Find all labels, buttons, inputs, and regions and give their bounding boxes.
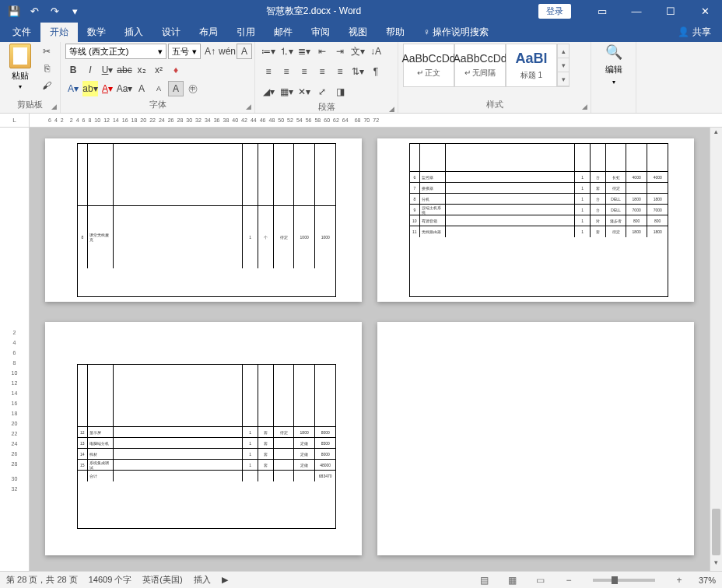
language-status[interactable]: 英语(美国)	[142, 574, 182, 586]
sort-button[interactable]: ↓A	[367, 44, 384, 59]
scroll-thumb[interactable]	[712, 509, 720, 555]
format-painter-button[interactable]: 🖌	[39, 78, 54, 93]
tab-home[interactable]: 开始	[40, 23, 78, 42]
shrink-font-button[interactable]: A	[151, 81, 166, 96]
font-group-label: 字体◢	[65, 99, 250, 111]
char-border-button[interactable]: A	[237, 44, 252, 59]
para-shade2-button[interactable]: ◨	[331, 84, 349, 100]
multilevel-button[interactable]: ≣▾	[296, 44, 313, 59]
superscript-button[interactable]: x²	[151, 62, 166, 78]
paragraph-launcher[interactable]: ◢	[389, 105, 394, 113]
cut-button[interactable]: ✂	[39, 44, 54, 59]
borders-button[interactable]: ▦▾	[278, 84, 295, 100]
horizontal-ruler[interactable]: 6422468101214161820222426283032343638404…	[30, 114, 722, 127]
text-effects-button[interactable]: A▾	[65, 81, 81, 96]
read-mode-button[interactable]: ▤	[476, 573, 493, 587]
shading-button[interactable]: ◢▾	[260, 84, 277, 100]
pinyin-button[interactable]: wén	[219, 44, 235, 59]
align-justify-button[interactable]: ≡	[314, 64, 331, 79]
distribute-button[interactable]: ≡	[331, 64, 349, 79]
vertical-scrollbar[interactable]: ▴ ▾	[710, 128, 722, 571]
qat-customize[interactable]: ▾	[65, 2, 84, 20]
page-thumbnail: 12显示屏1套待定1800800013电脑端分机1套定做850014线材1套定做…	[45, 322, 362, 555]
line-spacing-button[interactable]: ⇅▾	[349, 64, 366, 79]
close-button[interactable]: ✕	[688, 0, 722, 22]
vertical-ruler[interactable]: 2468101214161820222426283032	[0, 128, 30, 571]
numbering-button[interactable]: ⒈▾	[278, 44, 295, 59]
styles-gallery[interactable]: AaBbCcDd ↵ 正文 AaBbCcDd ↵ 无间隔 AaBl 标题 1 ▴…	[403, 44, 570, 87]
subscript-button[interactable]: x₂	[134, 62, 149, 78]
clipboard-launcher[interactable]: ◢	[51, 103, 57, 110]
styles-scroll[interactable]: ▴▾▾	[557, 44, 570, 87]
document-canvas[interactable]: 8课堂无线麦克1个待定10001000 6监控器1台长虹400040007拼接器…	[30, 128, 710, 571]
page-status[interactable]: 第 28 页，共 28 页	[6, 574, 78, 586]
show-marks-button[interactable]: ¶	[367, 64, 384, 79]
strike-button[interactable]: abc	[117, 62, 132, 78]
word-count[interactable]: 14609 个字	[89, 574, 132, 586]
align-center-button[interactable]: ≡	[278, 64, 295, 79]
bullets-button[interactable]: ≔▾	[260, 44, 277, 59]
styles-launcher[interactable]: ◢	[582, 103, 587, 110]
enclose-char-button[interactable]: ㊥	[185, 81, 201, 96]
save-button[interactable]: 💾	[5, 2, 23, 20]
bold-button[interactable]: B	[65, 62, 81, 78]
minimize-button[interactable]: —	[619, 0, 654, 22]
tab-view[interactable]: 视图	[339, 23, 377, 42]
snap-button[interactable]: ✕▾	[296, 84, 313, 100]
maximize-button[interactable]: ☐	[654, 0, 688, 22]
search-icon: 🔍	[605, 44, 622, 61]
login-button[interactable]: 登录	[538, 4, 571, 19]
char-shading-button[interactable]: A	[168, 81, 184, 96]
scroll-down-arrow[interactable]: ▾	[710, 558, 722, 571]
tab-insert[interactable]: 插入	[115, 23, 152, 42]
tab-help[interactable]: 帮助	[377, 23, 414, 42]
macro-status[interactable]: ▶	[222, 575, 228, 585]
tab-math[interactable]: 数学	[78, 23, 115, 42]
style-normal[interactable]: AaBbCcDd ↵ 正文	[403, 44, 454, 87]
font-name-select[interactable]: 等线 (西文正文)▾	[65, 44, 166, 59]
grow-font2-button[interactable]: A	[134, 81, 149, 96]
share-button[interactable]: 👤共享	[670, 23, 719, 42]
clear-format-button[interactable]: ♦	[168, 62, 184, 78]
decrease-indent-button[interactable]: ⇤	[314, 44, 331, 59]
highlight-button[interactable]: ab▾	[82, 81, 98, 96]
styles-group-label: 样式◢	[403, 99, 586, 111]
find-button[interactable]: 🔍 编辑 ▾	[597, 44, 631, 86]
paste-button[interactable]: 粘贴 ▾	[5, 44, 36, 90]
font-launcher[interactable]: ◢	[246, 103, 251, 110]
tab-design[interactable]: 设计	[152, 23, 190, 42]
tab-selector[interactable]: L	[0, 114, 30, 127]
print-layout-button[interactable]: ▦	[504, 573, 521, 587]
increase-indent-button[interactable]: ⇥	[331, 44, 349, 59]
redo-button[interactable]: ↷	[45, 2, 64, 20]
zoom-slider[interactable]	[593, 579, 655, 582]
italic-button[interactable]: I	[82, 62, 98, 78]
para-sort-button[interactable]: ⤢	[314, 84, 331, 100]
align-right-button[interactable]: ≡	[296, 64, 313, 79]
style-heading1[interactable]: AaBl 标题 1	[506, 44, 557, 87]
grow-font-button[interactable]: A↑	[202, 44, 218, 59]
tab-layout[interactable]: 布局	[190, 23, 227, 42]
page-thumbnail	[377, 322, 694, 555]
asian-layout-button[interactable]: 文▾	[349, 44, 366, 59]
undo-button[interactable]: ↶	[25, 2, 44, 20]
tab-review[interactable]: 审阅	[302, 23, 339, 42]
tab-mailings[interactable]: 邮件	[265, 23, 302, 42]
zoom-level[interactable]: 37%	[699, 576, 716, 585]
web-layout-button[interactable]: ▭	[532, 573, 549, 587]
font-color-button[interactable]: A▾	[100, 81, 115, 96]
ribbon-options-button[interactable]: ▭	[585, 0, 619, 22]
copy-button[interactable]: ⎘	[39, 61, 54, 76]
tab-references[interactable]: 引用	[227, 23, 265, 42]
tell-me-search[interactable]: ♀ 操作说明搜索	[414, 23, 498, 42]
font-size-select[interactable]: 五号▾	[168, 44, 201, 59]
align-left-button[interactable]: ≡	[260, 64, 277, 79]
underline-button[interactable]: U▾	[100, 62, 115, 78]
change-case-button[interactable]: Aa▾	[117, 81, 132, 96]
insert-mode[interactable]: 插入	[194, 574, 211, 586]
tab-file[interactable]: 文件	[3, 23, 40, 42]
scroll-up-arrow[interactable]: ▴	[710, 128, 722, 140]
zoom-in-button[interactable]: +	[671, 573, 688, 587]
style-no-spacing[interactable]: AaBbCcDd ↵ 无间隔	[454, 44, 506, 87]
zoom-out-button[interactable]: −	[560, 573, 577, 587]
